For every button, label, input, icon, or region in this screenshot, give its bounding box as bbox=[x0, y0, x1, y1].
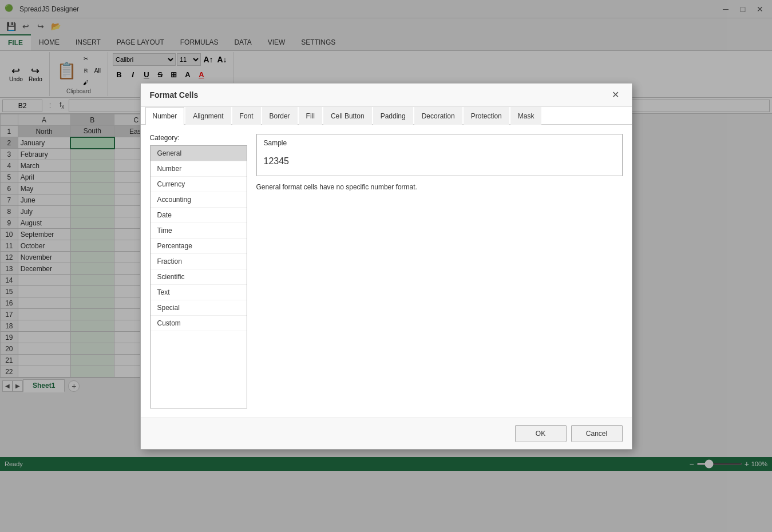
category-label: Category: bbox=[150, 134, 247, 142]
modal-tab-padding[interactable]: Padding bbox=[373, 107, 413, 125]
modal-tabs: Number Alignment Font Border Fill Cell B… bbox=[141, 107, 632, 125]
category-scientific[interactable]: Scientific bbox=[151, 269, 247, 285]
category-section: Category: GeneralNumberCurrencyAccountin… bbox=[150, 134, 247, 408]
modal-tab-mask[interactable]: Mask bbox=[510, 107, 542, 125]
category-number[interactable]: Number bbox=[151, 161, 247, 177]
sample-label: Sample bbox=[264, 139, 615, 147]
modal-tab-alignment[interactable]: Alignment bbox=[185, 107, 231, 125]
category-date[interactable]: Date bbox=[151, 208, 247, 223]
modal-title: Format Cells bbox=[150, 90, 199, 100]
category-fraction[interactable]: Fraction bbox=[151, 254, 247, 269]
category-percentage[interactable]: Percentage bbox=[151, 239, 247, 254]
modal-tab-font[interactable]: Font bbox=[232, 107, 261, 125]
modal-header: Format Cells ✕ bbox=[141, 84, 632, 107]
modal-tab-number[interactable]: Number bbox=[145, 107, 185, 125]
category-currency[interactable]: Currency bbox=[151, 177, 247, 192]
sample-box: Sample 12345 bbox=[256, 134, 623, 176]
modal-overlay: Format Cells ✕ Number Alignment Font Bor… bbox=[0, 0, 772, 532]
modal-footer: OK Cancel bbox=[141, 418, 632, 449]
cancel-button[interactable]: Cancel bbox=[571, 425, 623, 442]
category-accounting[interactable]: Accounting bbox=[151, 192, 247, 208]
modal-body: Category: GeneralNumberCurrencyAccountin… bbox=[141, 125, 632, 418]
category-custom[interactable]: Custom bbox=[151, 316, 247, 331]
format-cells-dialog: Format Cells ✕ Number Alignment Font Bor… bbox=[140, 83, 632, 450]
format-panel: Sample 12345 General format cells have n… bbox=[256, 134, 623, 408]
modal-close-button[interactable]: ✕ bbox=[609, 88, 623, 102]
modal-tab-protection[interactable]: Protection bbox=[464, 107, 509, 125]
modal-tab-cellbutton[interactable]: Cell Button bbox=[323, 107, 372, 125]
category-text[interactable]: Text bbox=[151, 285, 247, 300]
category-general[interactable]: General bbox=[151, 146, 247, 161]
sample-value: 12345 bbox=[264, 152, 615, 171]
category-time[interactable]: Time bbox=[151, 223, 247, 239]
format-description: General format cells have no specific nu… bbox=[256, 183, 623, 191]
category-list: GeneralNumberCurrencyAccountingDateTimeP… bbox=[150, 145, 247, 408]
ok-button[interactable]: OK bbox=[515, 425, 567, 442]
category-special[interactable]: Special bbox=[151, 300, 247, 316]
modal-tab-border[interactable]: Border bbox=[262, 107, 298, 125]
modal-tab-fill[interactable]: Fill bbox=[299, 107, 322, 125]
modal-tab-decoration[interactable]: Decoration bbox=[414, 107, 462, 125]
